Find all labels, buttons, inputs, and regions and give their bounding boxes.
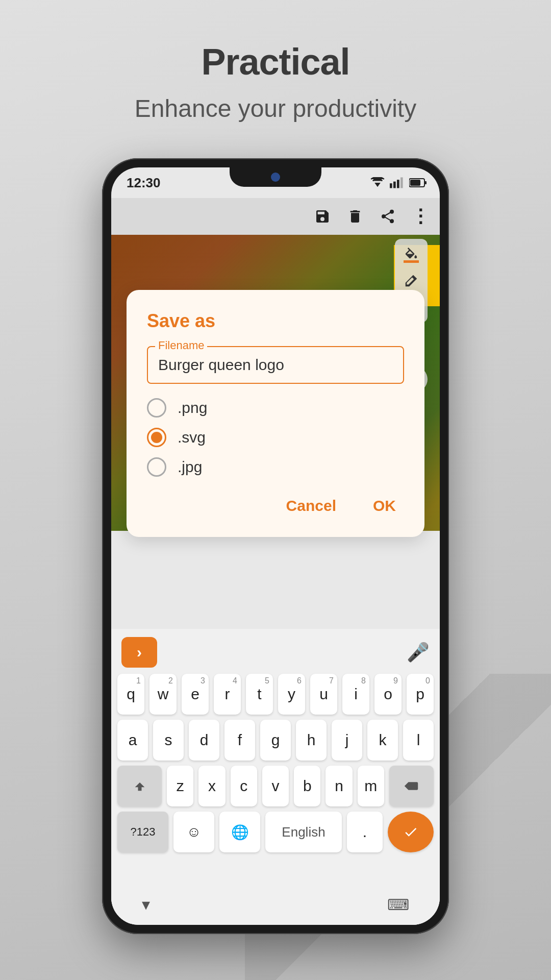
wifi-icon (370, 177, 385, 188)
key-o[interactable]: 9o (374, 674, 402, 715)
key-u[interactable]: 7u (310, 674, 337, 715)
eraser-tool-icon[interactable] (400, 270, 422, 292)
svg-rect-4 (400, 178, 403, 188)
dialog-buttons: Cancel OK (147, 493, 404, 519)
emoji-key[interactable]: ☺ (173, 812, 214, 852)
key-w[interactable]: 2w (149, 674, 177, 715)
svg-rect-1 (390, 183, 392, 188)
filename-field: Filename (147, 346, 404, 384)
svg-rect-6 (424, 181, 427, 184)
phone-screen: 12:30 (111, 167, 440, 925)
key-t[interactable]: 5t (246, 674, 273, 715)
key-f[interactable]: f (224, 720, 255, 761)
period-key[interactable]: . (347, 812, 383, 852)
notch (230, 167, 321, 187)
key-z[interactable]: z (167, 766, 193, 806)
key-x[interactable]: x (198, 766, 225, 806)
svg-label: .svg (178, 429, 206, 446)
page-subtitle: Enhance your productivity (0, 94, 551, 122)
num-switch-key[interactable]: ?123 (117, 812, 168, 852)
key-p[interactable]: 0p (407, 674, 434, 715)
key-b[interactable]: b (294, 766, 320, 806)
key-e[interactable]: 3e (182, 674, 209, 715)
key-d[interactable]: d (189, 720, 219, 761)
fill-tool-icon[interactable] (400, 244, 422, 266)
dialog-title: Save as (147, 310, 404, 332)
svg-radio-circle[interactable] (147, 428, 166, 447)
format-jpg-option[interactable]: .jpg (147, 457, 404, 477)
key-n[interactable]: n (325, 766, 352, 806)
keyboard-rows: 1q 2w 3e 4r 5t 6y 7u 8i 9o 0p a s d f (117, 674, 434, 852)
format-radio-group: .png .svg .jpg (147, 398, 404, 477)
status-icons (370, 177, 428, 188)
shift-key[interactable] (117, 766, 162, 806)
share-icon[interactable] (379, 207, 397, 226)
key-y[interactable]: 6y (278, 674, 305, 715)
space-key[interactable]: English (265, 812, 342, 852)
delete-key[interactable] (389, 766, 434, 806)
keyboard-bottom-nav: ▾ ⌨ (111, 889, 440, 925)
keyboard-row-3: z x c v b n m (117, 766, 434, 806)
save-dialog: Save as Filename .png .svg (127, 290, 424, 537)
png-radio-circle[interactable] (147, 398, 166, 418)
key-l[interactable]: l (403, 720, 434, 761)
key-q[interactable]: 1q (117, 674, 144, 715)
key-v[interactable]: v (262, 766, 289, 806)
keyboard-top-row: › 🎤 (117, 637, 434, 668)
nav-down-icon[interactable]: ▾ (142, 895, 150, 914)
key-c[interactable]: c (231, 766, 257, 806)
battery-icon (409, 178, 428, 188)
svg-rect-7 (410, 180, 420, 186)
jpg-label: .jpg (178, 458, 202, 476)
format-png-option[interactable]: .png (147, 398, 404, 418)
png-label: .png (178, 399, 207, 416)
keyboard-row-1: 1q 2w 3e 4r 5t 6y 7u 8i 9o 0p (117, 674, 434, 715)
jpg-radio-circle[interactable] (147, 457, 166, 477)
key-s[interactable]: s (153, 720, 184, 761)
key-a[interactable]: a (117, 720, 148, 761)
keyboard-bottom-row: ?123 ☺ 🌐 English . (117, 812, 434, 852)
key-h[interactable]: h (296, 720, 327, 761)
filename-label: Filename (155, 339, 207, 352)
key-i[interactable]: 8i (342, 674, 369, 715)
front-camera (271, 173, 280, 182)
svg-radio-inner (151, 432, 162, 443)
keyboard-expand-button[interactable]: › (121, 637, 157, 668)
svg-rect-2 (393, 182, 396, 188)
expand-arrow-icon: › (137, 644, 142, 661)
key-m[interactable]: m (358, 766, 384, 806)
signal-icon (390, 177, 404, 188)
key-k[interactable]: k (367, 720, 398, 761)
key-g[interactable]: g (260, 720, 291, 761)
page-title: Practical (0, 41, 551, 83)
microphone-icon[interactable]: 🎤 (407, 642, 430, 663)
key-j[interactable]: j (332, 720, 362, 761)
save-icon[interactable] (313, 207, 332, 226)
delete-icon[interactable] (346, 207, 364, 226)
ok-button[interactable]: OK (365, 493, 404, 519)
keyboard-area: › 🎤 1q 2w 3e 4r 5t 6y 7u 8i 9o 0p (111, 629, 440, 925)
cancel-button[interactable]: Cancel (278, 493, 344, 519)
language-key[interactable]: 🌐 (219, 812, 260, 852)
enter-key[interactable] (388, 812, 434, 852)
more-icon[interactable]: ⋮ (411, 207, 430, 226)
keyboard-row-2: a s d f g h j k l (117, 720, 434, 761)
key-r[interactable]: 4r (214, 674, 241, 715)
status-time: 12:30 (127, 175, 161, 191)
nav-keyboard-icon[interactable]: ⌨ (387, 896, 409, 914)
format-svg-option[interactable]: .svg (147, 428, 404, 447)
phone-frame: 12:30 (102, 158, 449, 934)
app-toolbar: ⋮ (111, 198, 440, 235)
svg-marker-0 (374, 183, 381, 187)
svg-rect-3 (397, 180, 399, 188)
